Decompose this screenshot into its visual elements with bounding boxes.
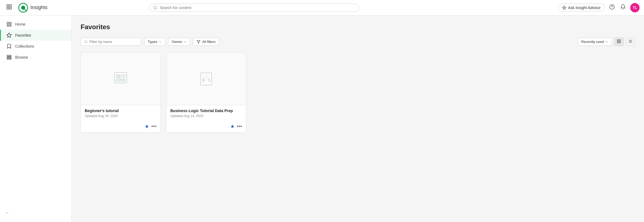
card-actions-2: ★ ••• xyxy=(230,123,242,129)
svg-point-19 xyxy=(85,40,87,43)
card-meta-1: Updated Aug 28, 2024 xyxy=(85,114,157,118)
search-bar[interactable] xyxy=(149,4,359,12)
ask-insight-button[interactable]: Ask Insight Advisor xyxy=(558,4,605,12)
card-beginners-tutorial[interactable]: Beginner's tutorial Updated Aug 28, 2024… xyxy=(81,53,161,132)
svg-rect-33 xyxy=(120,78,121,81)
svg-rect-16 xyxy=(7,55,11,56)
svg-rect-1 xyxy=(10,5,11,6)
svg-rect-23 xyxy=(619,40,621,41)
card-footer-2: ★ ••• xyxy=(166,121,246,132)
svg-rect-14 xyxy=(7,25,9,26)
card-preview-1 xyxy=(81,53,160,105)
sidebar-item-home[interactable]: Home xyxy=(0,19,71,30)
svg-point-7 xyxy=(154,6,157,9)
more-options-1[interactable]: ••• xyxy=(151,124,157,129)
cards-grid: Beginner's tutorial Updated Aug 28, 2024… xyxy=(81,53,635,132)
view-controls: Recently used xyxy=(578,37,635,46)
svg-rect-13 xyxy=(10,25,11,26)
sidebar-favorites-label: Favorites xyxy=(15,33,31,37)
svg-line-6 xyxy=(25,9,26,11)
app-preview-icon xyxy=(112,71,129,87)
main-layout: Home Favorites Collections Browse ← xyxy=(0,15,644,222)
card-preview-2 xyxy=(166,53,246,105)
home-icon xyxy=(6,21,12,27)
sidebar-item-browse[interactable]: Browse xyxy=(0,52,71,63)
all-filters-button[interactable]: All filters xyxy=(193,38,219,46)
sidebar-collections-label: Collections xyxy=(15,44,34,48)
svg-rect-34 xyxy=(122,79,125,81)
filter-name-input[interactable] xyxy=(89,40,138,44)
search-input[interactable] xyxy=(160,6,355,10)
svg-line-20 xyxy=(87,42,87,43)
list-view-icon xyxy=(628,39,633,44)
svg-rect-25 xyxy=(619,42,621,43)
app-title: Insights xyxy=(30,5,47,10)
owner-filter-button[interactable]: Owner xyxy=(168,38,190,46)
card-info-2: Business Logic Tutorial Data Prep Update… xyxy=(166,105,246,121)
sidebar-item-collections[interactable]: Collections xyxy=(0,41,71,52)
svg-marker-15 xyxy=(7,33,12,37)
card-business-logic[interactable]: Business Logic Tutorial Data Prep Update… xyxy=(166,53,246,132)
types-chevron-icon xyxy=(158,40,162,44)
bell-icon xyxy=(620,4,626,10)
sort-chevron-icon xyxy=(605,40,608,44)
card-info-1: Beginner's tutorial Updated Aug 28, 2024 xyxy=(81,105,160,121)
top-nav: Insights Ask Insight Advisor xyxy=(0,0,644,15)
owner-chevron-icon xyxy=(183,40,187,44)
card-footer-1: ★ ••• xyxy=(81,121,160,132)
star-nav-icon xyxy=(6,33,12,38)
svg-rect-0 xyxy=(7,5,9,6)
notifications-button[interactable] xyxy=(619,3,627,12)
sidebar-home-label: Home xyxy=(15,22,25,26)
grid-menu-icon[interactable] xyxy=(4,2,14,13)
sidebar: Home Favorites Collections Browse ← xyxy=(0,15,72,222)
types-filter-button[interactable]: Types xyxy=(144,38,165,46)
svg-rect-32 xyxy=(116,78,119,81)
qlik-logo[interactable]: Insights xyxy=(18,3,47,13)
svg-line-8 xyxy=(156,9,157,9)
favorite-star-1[interactable]: ★ xyxy=(145,123,149,129)
nav-right: Ask Insight Advisor TL xyxy=(558,3,640,12)
sidebar-item-favorites[interactable]: Favorites xyxy=(0,30,71,41)
card-name-1: Beginner's tutorial xyxy=(85,109,157,113)
svg-rect-3 xyxy=(10,7,11,9)
svg-rect-31 xyxy=(121,75,125,77)
svg-rect-24 xyxy=(617,42,619,43)
sidebar-collapse-button[interactable]: ← xyxy=(0,208,15,218)
filter-icon xyxy=(197,40,200,44)
sparkle-icon xyxy=(562,6,566,10)
card-meta-2: Updated Aug 14, 2024 xyxy=(170,114,242,118)
filter-search-icon xyxy=(84,40,88,44)
svg-rect-11 xyxy=(7,22,9,24)
browse-icon xyxy=(6,55,12,60)
svg-rect-22 xyxy=(617,40,619,41)
sort-button[interactable]: Recently used xyxy=(578,38,612,46)
ask-insight-label: Ask Insight Advisor xyxy=(568,6,601,10)
search-icon xyxy=(153,6,157,10)
more-options-2[interactable]: ••• xyxy=(237,124,242,129)
filter-bar: Types Owner All filters Recently xyxy=(81,37,635,46)
svg-rect-18 xyxy=(7,58,11,59)
help-button[interactable] xyxy=(608,3,616,12)
card-name-2: Business Logic Tutorial Data Prep xyxy=(170,109,242,113)
svg-marker-21 xyxy=(197,40,200,43)
filter-search-box[interactable] xyxy=(81,38,141,46)
grid-view-button[interactable] xyxy=(614,37,624,46)
bookmark-icon xyxy=(6,44,12,49)
main-content: Favorites Types Owner xyxy=(72,15,644,222)
list-view-button[interactable] xyxy=(626,37,635,46)
favorite-star-2[interactable]: ★ xyxy=(230,123,235,129)
page-title: Favorites xyxy=(81,23,635,31)
user-avatar[interactable]: TL xyxy=(630,3,640,12)
help-icon xyxy=(609,4,615,10)
script-preview-icon xyxy=(198,71,214,87)
svg-rect-2 xyxy=(7,7,9,9)
sidebar-browse-label: Browse xyxy=(15,55,28,59)
grid-view-icon xyxy=(617,39,621,44)
svg-rect-17 xyxy=(7,57,11,58)
svg-rect-12 xyxy=(10,22,11,24)
card-actions-1: ★ ••• xyxy=(145,123,157,129)
